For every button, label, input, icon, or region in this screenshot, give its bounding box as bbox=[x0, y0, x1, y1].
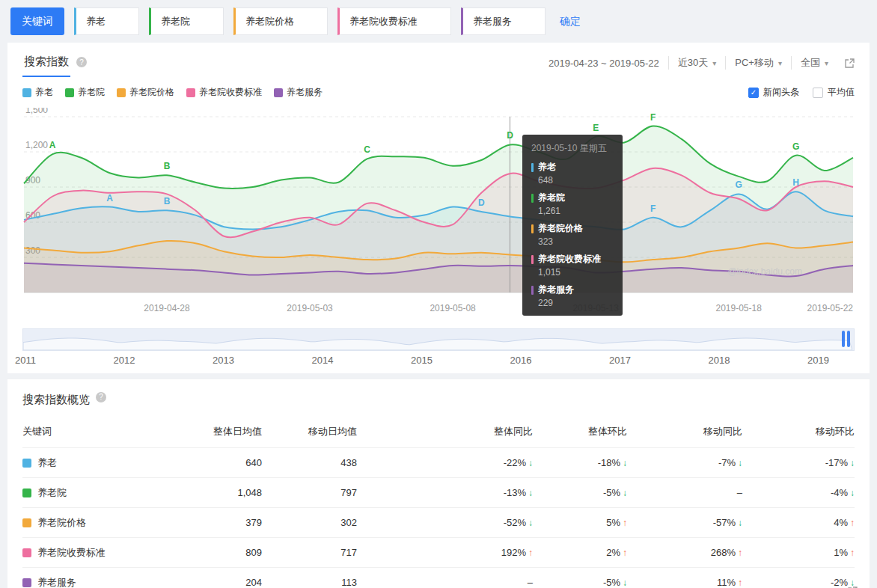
change-value: 192% bbox=[501, 547, 526, 558]
x-tick-label: 2019-05-22 bbox=[807, 303, 854, 313]
timeline-brush[interactable] bbox=[22, 328, 855, 351]
timeline-year-label: 2016 bbox=[510, 355, 532, 366]
help-icon[interactable] bbox=[96, 392, 106, 402]
tooltip-value: 1,261 bbox=[538, 206, 614, 216]
news-marker-D[interactable]: D bbox=[478, 197, 485, 208]
watermark: @index.baidu.com bbox=[727, 266, 802, 277]
keyword-tag[interactable]: 养老院 bbox=[149, 7, 224, 35]
change-value: -22% bbox=[504, 457, 526, 468]
legend-item[interactable]: 养老院 bbox=[65, 86, 105, 99]
timeline-years: 201120122013201420152016201720182019 bbox=[15, 355, 829, 366]
date-range[interactable]: 2019-04-23 ~ 2019-05-22 bbox=[540, 58, 668, 69]
change-value: 1% bbox=[834, 547, 848, 558]
timeline-year-label: 2011 bbox=[15, 355, 36, 366]
up-arrow-icon: ↑ bbox=[850, 518, 855, 528]
confirm-link[interactable]: 确定 bbox=[560, 15, 581, 28]
keyword-button[interactable]: 关键词 bbox=[10, 7, 64, 35]
checkbox-unchecked-icon[interactable] bbox=[813, 88, 823, 98]
tooltip-series-name: 养老院 bbox=[531, 192, 614, 204]
help-icon[interactable] bbox=[76, 57, 87, 67]
tooltip-value: 648 bbox=[538, 175, 614, 186]
external-link-icon[interactable] bbox=[837, 58, 855, 68]
y-tick-label: 1,500 bbox=[25, 108, 48, 115]
tooltip-row: 养老院价格323 bbox=[531, 222, 614, 247]
news-marker-F[interactable]: F bbox=[650, 112, 656, 123]
news-marker-E[interactable]: E bbox=[593, 123, 599, 133]
change-value: -7% bbox=[718, 457, 736, 468]
change-cell: -17%↓ bbox=[742, 457, 855, 468]
trend-chart[interactable]: 3006009001,2001,500ABCDEFGABDFGH2019-04-… bbox=[22, 108, 855, 321]
timeline-year-label: 2018 bbox=[709, 355, 730, 366]
news-marker-D[interactable]: D bbox=[507, 130, 513, 141]
timeline-year-label: 2013 bbox=[213, 355, 234, 366]
region-select[interactable]: 全国 bbox=[791, 56, 837, 70]
y-tick-label: 1,200 bbox=[25, 140, 48, 150]
news-marker-G[interactable]: G bbox=[736, 180, 742, 190]
keyword-tag-label: 养老 bbox=[86, 15, 106, 28]
timeline-year-label: 2012 bbox=[114, 355, 135, 366]
change-cell: – bbox=[357, 577, 533, 588]
column-header: 整体日均值 bbox=[202, 425, 262, 438]
checkbox-新闻头条[interactable]: 新闻头条 bbox=[748, 86, 799, 99]
legend-item[interactable]: 养老院收费标准 bbox=[186, 86, 262, 99]
up-arrow-icon: ↑ bbox=[850, 548, 855, 558]
overview-table: 关键词整体日均值移动日均值整体同比整体环比移动同比移动环比养老640438-22… bbox=[22, 416, 855, 588]
tooltip-series-name: 养老 bbox=[531, 161, 614, 174]
change-value: 268% bbox=[711, 547, 736, 558]
keyword-tag[interactable]: 养老 bbox=[74, 7, 139, 35]
change-value: -5% bbox=[603, 577, 620, 588]
legend-item[interactable]: 养老服务 bbox=[274, 86, 323, 99]
range-select[interactable]: 近30天 bbox=[668, 56, 726, 70]
tooltip-date: 2019-05-10 星期五 bbox=[531, 142, 614, 155]
timeline-year-label: 2019 bbox=[807, 355, 829, 366]
brush-wave bbox=[23, 338, 852, 350]
keyword-tag[interactable]: 养老院价格 bbox=[233, 7, 328, 35]
column-header: 移动同比 bbox=[627, 425, 742, 438]
keyword-tag[interactable]: 养老服务 bbox=[461, 7, 546, 35]
timeline-year-label: 2015 bbox=[411, 355, 433, 366]
tooltip-value: 1,015 bbox=[538, 267, 614, 278]
timeline-year-label: 2017 bbox=[609, 355, 631, 366]
x-tick-label: 2019-05-08 bbox=[430, 303, 476, 313]
change-value: 4% bbox=[834, 517, 848, 528]
legend-item[interactable]: 养老院价格 bbox=[117, 86, 174, 99]
down-arrow-icon: ↓ bbox=[850, 488, 855, 498]
keyword-toolbar: 关键词 养老养老院养老院价格养老院收费标准养老服务 确定 bbox=[0, 0, 877, 43]
legend-color-swatch bbox=[117, 88, 126, 97]
keyword-color-swatch bbox=[22, 578, 31, 587]
news-marker-H[interactable]: H bbox=[792, 177, 799, 188]
brush-handle[interactable] bbox=[842, 331, 850, 347]
news-marker-B[interactable]: B bbox=[164, 196, 171, 206]
panel-title: 搜索指数 bbox=[22, 53, 70, 77]
change-value: -2% bbox=[831, 577, 848, 588]
tooltip-rows: 养老648养老院1,261养老院价格323养老院收费标准1,015养老服务229 bbox=[531, 161, 614, 308]
trend-chart-canvas[interactable]: 3006009001,2001,500ABCDEFGABDFGH2019-04-… bbox=[22, 108, 855, 321]
keyword-cell: 养老院 bbox=[22, 486, 202, 500]
chart-legend: 养老养老院养老院价格养老院收费标准养老服务 bbox=[22, 86, 323, 99]
change-cell: 1%↑ bbox=[742, 547, 855, 558]
checkbox-平均值[interactable]: 平均值 bbox=[813, 86, 855, 99]
keyword-tag-label: 养老院 bbox=[161, 15, 190, 28]
legend-label: 养老院价格 bbox=[129, 86, 174, 99]
news-marker-C[interactable]: C bbox=[364, 144, 370, 155]
keyword-color-swatch bbox=[22, 518, 31, 527]
average-value-cell: 640 bbox=[202, 457, 262, 468]
device-select[interactable]: PC+移动 bbox=[725, 56, 791, 70]
average-value-cell: 113 bbox=[262, 577, 357, 588]
average-value-cell: 809 bbox=[202, 547, 262, 558]
news-marker-G[interactable]: G bbox=[792, 141, 799, 152]
checkbox-checked-icon[interactable] bbox=[748, 88, 759, 98]
news-marker-A[interactable]: A bbox=[106, 193, 113, 203]
keyword-tag[interactable]: 养老院收费标准 bbox=[337, 7, 451, 35]
tooltip-row: 养老院收费标准1,015 bbox=[531, 253, 614, 278]
column-header: 整体环比 bbox=[533, 425, 627, 438]
table-row: 养老院收费标准809717192%↑2%↑268%↑1%↑ bbox=[22, 537, 855, 567]
tooltip-name-text: 养老院价格 bbox=[538, 222, 583, 235]
legend-item[interactable]: 养老 bbox=[22, 86, 53, 99]
legend-row: 养老养老院养老院价格养老院收费标准养老服务 新闻头条平均值 bbox=[22, 86, 855, 99]
news-marker-F[interactable]: F bbox=[650, 203, 656, 214]
news-marker-A[interactable]: A bbox=[49, 140, 56, 150]
tooltip-name-text: 养老 bbox=[538, 161, 556, 174]
news-marker-B[interactable]: B bbox=[164, 161, 171, 171]
change-value: 5% bbox=[606, 517, 620, 528]
